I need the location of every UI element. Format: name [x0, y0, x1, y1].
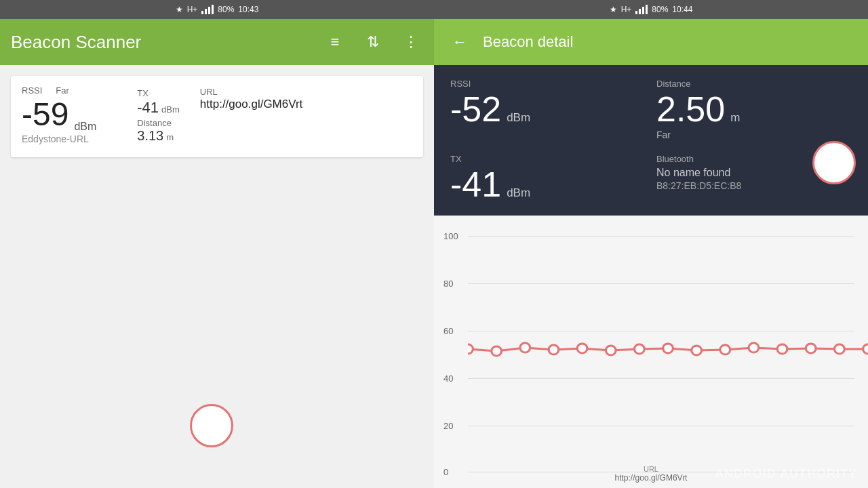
tx-url-block: TX -41 dBm Distance 3.13 m URL htt — [137, 85, 302, 145]
network-icon-right: H+ — [621, 5, 632, 14]
rssi-unit: dBm — [74, 121, 96, 133]
network-icon-left: H+ — [187, 5, 198, 14]
chart-point — [549, 345, 559, 354]
chart-point — [692, 346, 702, 355]
url-label: URL — [200, 87, 218, 97]
card-header-row: RSSI Far -59 dBm Eddystone-URL TX -41 d — [22, 85, 412, 145]
battery-left: 80% — [218, 5, 234, 14]
tx-block: TX -41 dBm Distance 3.13 m — [137, 87, 180, 145]
chart-point — [863, 344, 868, 354]
detail-rssi-unit: dBm — [507, 111, 530, 125]
time-right: 10:44 — [672, 5, 692, 14]
far-label: Far — [56, 85, 69, 96]
tx-value: -41 — [137, 99, 159, 117]
chart-point — [720, 345, 730, 354]
distance-value: 3.13 — [137, 128, 163, 144]
detail-rssi-value: -52 — [450, 92, 501, 127]
bluetooth-icon-left: ★ — [176, 5, 183, 14]
detail-distance-block: Distance 2.50 m Far — [656, 79, 852, 140]
detail-card: RSSI -52 dBm Distance 2.50 m Far TX -41 — [434, 65, 868, 216]
right-panel: RSSI -52 dBm Distance 2.50 m Far TX -41 — [434, 65, 868, 488]
chart-point — [749, 343, 759, 352]
time-left: 10:43 — [238, 5, 258, 14]
watermark: Android Authority — [715, 467, 857, 481]
beacon-type: Eddystone-URL — [22, 134, 89, 144]
tx-unit: dBm — [161, 104, 180, 115]
detail-rssi-label: RSSI — [450, 79, 646, 89]
chart-label-100: 100 — [443, 231, 458, 241]
rssi-value-row: -59 dBm — [22, 96, 96, 133]
chart-point — [663, 344, 673, 353]
status-bar-right: ★ H+ 80% 10:44 — [434, 0, 868, 19]
chart-point — [520, 343, 530, 352]
app-bar-container: Beacon Scanner ≡ ⇅ ⋮ ← Beacon detail — [0, 19, 868, 65]
chart-point — [806, 344, 816, 353]
bluetooth-icon-right: ★ — [610, 5, 617, 14]
app-bar-right: ← Beacon detail — [434, 19, 868, 65]
back-button[interactable]: ← — [448, 30, 472, 54]
detail-tx-label: TX — [450, 154, 646, 164]
distance-label: Distance — [137, 118, 180, 128]
detail-bluetooth-mac: B8:27:EB:D5:EC:B8 — [656, 180, 852, 191]
chart-svg — [468, 216, 868, 473]
chart-container: 100 80 60 40 20 0 — [434, 216, 868, 480]
chart-point — [606, 346, 616, 355]
detail-tx-value: -41 — [450, 167, 501, 202]
rssi-header: RSSI Far -59 dBm Eddystone-URL — [22, 85, 96, 145]
main-content: RSSI Far -59 dBm Eddystone-URL TX -41 d — [0, 65, 868, 488]
battery-right: 80% — [652, 5, 668, 14]
chart-label-20: 20 — [443, 421, 453, 431]
rssi-label: RSSI — [22, 85, 42, 96]
more-button[interactable]: ⋮ — [399, 30, 423, 54]
fab-right-button[interactable] — [812, 141, 856, 184]
status-bar-left: ★ H+ 80% 10:43 — [0, 0, 434, 19]
sort-button[interactable]: ⇅ — [361, 30, 385, 54]
fab-left-button[interactable] — [190, 404, 233, 447]
chart-label-60: 60 — [443, 326, 453, 336]
distance-unit: m — [166, 132, 174, 142]
left-panel: RSSI Far -59 dBm Eddystone-URL TX -41 d — [0, 65, 434, 488]
hamburger-button[interactable]: ≡ — [323, 30, 347, 54]
chart-point — [834, 344, 844, 354]
beacon-detail-title: Beacon detail — [483, 33, 854, 51]
detail-tx-unit: dBm — [507, 186, 530, 200]
chart-label-40: 40 — [443, 373, 453, 384]
detail-distance-label: Distance — [656, 79, 852, 89]
signal-bars-left — [201, 5, 214, 14]
chart-point — [492, 346, 502, 356]
rssi-value: -59 — [22, 96, 68, 133]
tx-label: TX — [137, 88, 149, 98]
detail-distance-unit: m — [730, 111, 740, 125]
chart-point — [468, 344, 473, 354]
status-bar-container: ★ H+ 80% 10:43 ★ H+ 80% 10:44 — [0, 0, 868, 19]
app-title: Beacon Scanner — [11, 32, 309, 53]
url-value: http://goo.gl/GM6Vrt — [200, 98, 303, 111]
url-block: URL http://goo.gl/GM6Vrt — [200, 85, 303, 145]
detail-distance-sub: Far — [656, 129, 852, 140]
detail-rssi-block: RSSI -52 dBm — [450, 79, 646, 140]
detail-distance-value: 2.50 — [656, 92, 725, 127]
app-bar-left: Beacon Scanner ≡ ⇅ ⋮ — [0, 19, 434, 65]
chart-point — [634, 344, 644, 354]
chart-point — [577, 344, 587, 353]
chart-label-80: 80 — [443, 279, 453, 289]
beacon-list-card: RSSI Far -59 dBm Eddystone-URL TX -41 d — [11, 76, 423, 157]
chart-point — [777, 344, 787, 354]
signal-bars-right — [635, 5, 648, 14]
detail-tx-block: TX -41 dBm — [450, 154, 646, 202]
